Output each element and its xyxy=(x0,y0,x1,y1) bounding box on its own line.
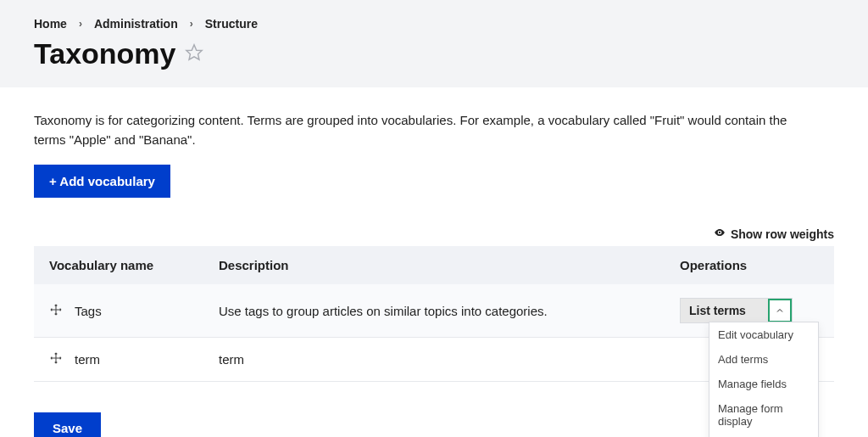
chevron-right-icon: › xyxy=(79,18,82,30)
show-row-weights-link[interactable]: Show row weights xyxy=(34,227,834,241)
menu-item-edit-vocabulary[interactable]: Edit vocabulary xyxy=(709,322,818,347)
table-row: Tags Use tags to group articles on simil… xyxy=(34,284,834,338)
show-row-weights-label: Show row weights xyxy=(731,227,834,241)
add-vocabulary-button[interactable]: + Add vocabulary xyxy=(34,165,170,198)
chevron-right-icon: › xyxy=(190,18,193,30)
header-region: Home › Administration › Structure Taxono… xyxy=(0,0,868,87)
operations-menu: Edit vocabulary Add terms Manage fields … xyxy=(709,322,819,437)
content-region: Taxonomy is for categorizing content. Te… xyxy=(0,87,868,437)
menu-item-add-terms[interactable]: Add terms xyxy=(709,347,818,372)
breadcrumb-structure[interactable]: Structure xyxy=(205,17,258,31)
page-title: Taxonomy xyxy=(34,37,176,70)
breadcrumb: Home › Administration › Structure xyxy=(34,17,834,31)
col-name: Vocabulary name xyxy=(34,246,203,284)
vocabularies-table: Vocabulary name Description Operations T… xyxy=(34,246,834,382)
vocab-name: term xyxy=(75,352,100,367)
chevron-up-icon[interactable] xyxy=(768,299,792,322)
operations-dropbutton[interactable]: List terms xyxy=(680,298,793,323)
dropbutton-label[interactable]: List terms xyxy=(681,299,768,322)
vocab-name: Tags xyxy=(75,304,102,318)
drag-handle-icon[interactable] xyxy=(49,351,63,367)
breadcrumb-administration[interactable]: Administration xyxy=(94,17,178,31)
title-row: Taxonomy xyxy=(34,37,834,70)
eye-icon xyxy=(714,227,726,241)
menu-item-manage-display[interactable]: Manage display xyxy=(709,434,818,437)
star-icon[interactable] xyxy=(185,43,203,64)
menu-item-manage-form-display[interactable]: Manage form display xyxy=(709,396,818,434)
intro-text: Taxonomy is for categorizing content. Te… xyxy=(34,111,814,149)
menu-item-manage-fields[interactable]: Manage fields xyxy=(709,372,818,396)
save-button[interactable]: Save xyxy=(34,412,101,437)
vocab-description: term xyxy=(203,338,665,382)
breadcrumb-home[interactable]: Home xyxy=(34,17,67,31)
col-description: Description xyxy=(203,246,665,284)
svg-marker-0 xyxy=(186,45,201,59)
drag-handle-icon[interactable] xyxy=(49,303,63,319)
col-operations: Operations xyxy=(665,246,834,284)
vocab-description: Use tags to group articles on similar to… xyxy=(203,284,665,338)
